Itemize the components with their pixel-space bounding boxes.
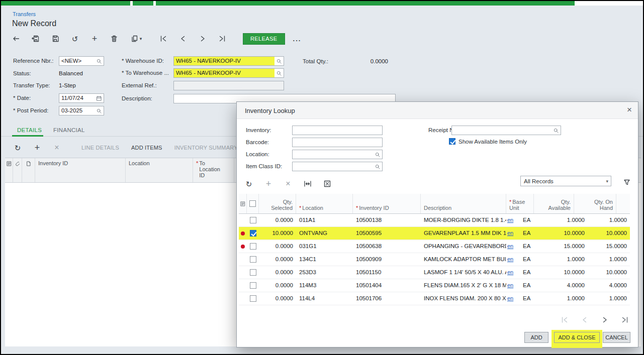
tab-details[interactable]: DETAILS <box>17 127 42 133</box>
lookup-header-row: Qty.Selected*Location*Inventory IDDescri… <box>239 194 630 214</box>
add-button[interactable]: ADD <box>524 332 548 343</box>
cell-qty_selected: 0.0000 <box>259 279 296 292</box>
save-close-button[interactable] <box>30 33 42 45</box>
cancel-button[interactable]: CANCEL <box>603 332 630 343</box>
go-previous-button[interactable] <box>177 33 189 45</box>
row-select-checkbox[interactable] <box>250 282 256 289</box>
lookup-row[interactable]: 0.0000114L410501706INOX FLENS DIAM. 200 … <box>239 292 630 305</box>
row-select-checkbox[interactable] <box>250 230 256 236</box>
lookup-magnifier-icon[interactable] <box>95 57 104 65</box>
go-next-button[interactable] <box>197 33 209 45</box>
row-status-cell <box>239 292 247 305</box>
tab-financial[interactable]: FINANCIAL <box>53 127 85 133</box>
row-select-checkbox[interactable] <box>250 217 256 223</box>
lookup-col-description[interactable]: Description <box>421 194 506 213</box>
save-button[interactable] <box>49 33 61 45</box>
translation-link[interactable]: en <box>507 230 513 236</box>
lookup-row[interactable]: 0.0000114M310501404FLENS DIAM.165 X 2' G… <box>239 279 630 292</box>
translation-link[interactable]: en <box>507 295 513 301</box>
lookup-magnifier-icon[interactable] <box>95 106 104 115</box>
lookup-col-qty_available[interactable]: Qty.Available <box>534 194 574 213</box>
translation-link[interactable]: en <box>507 217 513 223</box>
cancel-undo-button[interactable]: ↺ <box>69 33 81 45</box>
select-all-checkbox[interactable] <box>247 194 259 213</box>
translation-link[interactable]: en <box>507 269 513 275</box>
row-select-checkbox[interactable] <box>250 256 256 263</box>
add-and-close-button[interactable]: ADD & CLOSE <box>554 332 600 343</box>
clipboard-menu-button[interactable]: ▾ <box>128 33 145 45</box>
inventory-filter-label: Inventory: <box>246 127 271 133</box>
lookup-magnifier-icon[interactable] <box>274 69 284 77</box>
status-label: Status: <box>13 70 31 76</box>
back-button[interactable] <box>10 33 22 45</box>
row-select-checkbox[interactable] <box>250 243 256 250</box>
col-inventory-id[interactable]: Inventory ID <box>35 158 126 182</box>
lookup-magnifier-icon[interactable] <box>373 162 382 171</box>
lookup-col-base_unit[interactable]: *BaseUnit <box>506 194 534 213</box>
col-to-location-id[interactable]: *To Location ID <box>193 158 234 182</box>
cell-qty_available: 1.0000 <box>547 214 588 226</box>
lookup-col-qty_selected[interactable]: Qty.Selected <box>259 194 296 213</box>
delete-button[interactable] <box>108 33 120 45</box>
page-next-icon[interactable] <box>599 314 611 326</box>
release-button[interactable]: RELEASE <box>243 33 285 45</box>
more-options-button[interactable]: ... <box>293 35 302 43</box>
records-filter-dropdown[interactable]: All Records ▾ <box>520 176 611 186</box>
filter-funnel-icon[interactable] <box>622 177 632 187</box>
translation-link[interactable]: en <box>507 243 513 249</box>
post-period-field[interactable]: 03-2025 <box>59 106 104 115</box>
show-available-checkbox[interactable]: Show Available Items Only <box>449 138 527 145</box>
go-first-button[interactable] <box>157 33 169 45</box>
refresh-icon[interactable]: ↻ <box>243 178 255 190</box>
cell-description: GEVARENPLAAT 1.5 MM DIK 1... <box>421 227 506 240</box>
close-icon[interactable]: × <box>627 105 632 114</box>
insert-button[interactable]: + <box>88 33 101 45</box>
row-checkbox-cell <box>247 279 259 292</box>
lookup-row[interactable]: 0.0000031G110500638OPHANGING - GEVARENBO… <box>239 240 630 253</box>
add-row-icon[interactable]: + <box>31 142 43 154</box>
inventory-filter-field[interactable] <box>292 126 383 135</box>
date-field[interactable]: 11/07/24 <box>59 93 104 103</box>
lookup-row[interactable]: 10.0000ONTVANG10500595GEVARENPLAAT 1.5 M… <box>239 227 630 240</box>
add-items-button[interactable]: ADD ITEMS <box>131 145 162 151</box>
location-filter-field[interactable] <box>292 150 383 159</box>
export-excel-icon[interactable] <box>321 178 333 190</box>
grid-settings-icon[interactable] <box>239 194 247 213</box>
page-last-icon[interactable] <box>619 314 631 326</box>
col-location[interactable]: Location <box>126 158 193 182</box>
breadcrumb-transfers[interactable]: Transfers <box>13 11 36 17</box>
lookup-magnifier-icon[interactable] <box>551 126 561 135</box>
barcode-filter-label: Barcode: <box>246 139 269 145</box>
refresh-icon[interactable]: ↻ <box>12 142 24 154</box>
row-select-checkbox[interactable] <box>250 295 256 302</box>
to-warehouse-field[interactable]: WH65 - NAVERKOOP-IV <box>173 68 284 78</box>
calendar-icon[interactable] <box>95 94 104 102</box>
row-status-cell <box>239 227 247 240</box>
lookup-row[interactable]: 0.0000253D310501150LASMOF 1 1/4' 50/5 X … <box>239 266 630 279</box>
lookup-row[interactable]: 0.0000011A110500138MOER-BORGING DIKTE 1.… <box>239 214 630 227</box>
receipt-nbr-field[interactable] <box>451 126 561 135</box>
cell-description: OPHANGING - GEVARENBORD... <box>421 240 506 253</box>
lookup-magnifier-icon[interactable] <box>274 57 284 65</box>
cell-location: 031G1 <box>296 240 353 253</box>
go-last-button[interactable] <box>216 33 228 45</box>
lookup-col-qty_on_hand[interactable]: Qty. OnHand <box>574 194 616 213</box>
row-select-checkbox[interactable] <box>250 269 256 276</box>
lookup-col-location[interactable]: *Location <box>296 194 353 213</box>
row-checkbox-cell <box>247 253 259 266</box>
lookup-col-inventory_id[interactable]: *Inventory ID <box>353 194 421 213</box>
inventory-lookup-dialog: Inventory Lookup × Inventory: Barcode: L… <box>236 101 638 347</box>
lookup-pagination <box>550 314 631 326</box>
lookup-row[interactable]: 0.0000134C110500909KAMLOCK ADAPTOR MET B… <box>239 253 630 266</box>
translation-link[interactable]: en <box>507 256 513 262</box>
external-ref-field[interactable] <box>173 81 284 90</box>
item-class-filter-field[interactable] <box>292 162 383 171</box>
reference-nbr-field[interactable]: <NEW> <box>59 56 104 66</box>
required-asterisk: * <box>509 199 511 205</box>
cell-qty_available: 10.0000 <box>547 227 588 240</box>
translation-link[interactable]: en <box>507 282 513 288</box>
fit-width-icon[interactable] <box>302 178 314 190</box>
lookup-magnifier-icon[interactable] <box>373 150 382 159</box>
barcode-filter-field[interactable] <box>292 138 383 147</box>
warehouse-id-field[interactable]: WH65 - NAVERKOOP-IV <box>173 56 284 66</box>
